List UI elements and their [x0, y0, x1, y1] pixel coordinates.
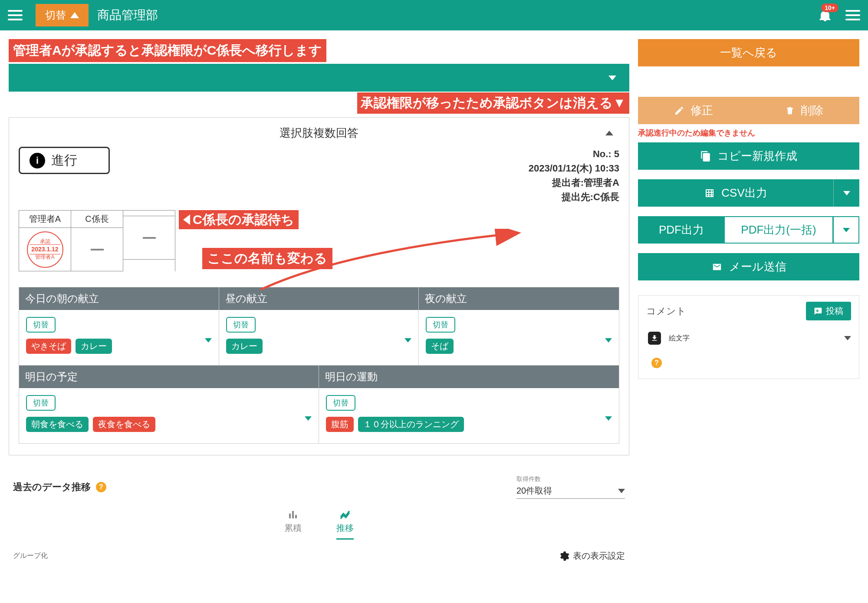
copy-new-button[interactable]: コピー新規作成: [638, 142, 859, 170]
stamp-top: 承認: [40, 239, 50, 245]
triangle-up-icon: [70, 12, 79, 18]
post-comment-button[interactable]: 投稿: [806, 302, 851, 320]
meta-info: No.: 5 2023/01/12(木) 10:33 提出者:管理者A 提出先:…: [529, 147, 619, 204]
pdf-left-label: PDF出力: [659, 222, 704, 237]
csv-export-button[interactable]: CSV出力: [638, 179, 833, 207]
delete-label: 削除: [801, 103, 823, 118]
record-no: No.: 5: [529, 147, 619, 161]
menu-dropdown[interactable]: そば: [426, 339, 612, 354]
tab-cumulative[interactable]: 累積: [284, 509, 302, 540]
chevron-down-icon: [844, 336, 851, 340]
emoji-download-icon: [648, 332, 661, 345]
approval-col-header: C係長: [71, 211, 123, 228]
card-title: 選択肢複数回答: [279, 125, 358, 141]
group-label: グループ化: [13, 551, 48, 560]
help-icon[interactable]: ?: [96, 482, 106, 492]
edit-warning: 承認進行中のため編集できません: [638, 124, 859, 142]
menu-icon[interactable]: [845, 10, 860, 20]
table-config-label: 表の表示設定: [573, 550, 625, 562]
menu-header: 今日の朝の献立: [19, 287, 219, 310]
approval-col-header: [123, 211, 175, 216]
menu-tag: 夜食を食べる: [93, 417, 155, 432]
arrow-annotation: [248, 229, 526, 324]
dash-icon: [91, 249, 104, 250]
chevron-down-icon: [605, 421, 612, 428]
pencil-icon: [674, 105, 684, 116]
delete-button[interactable]: 削除: [749, 97, 859, 124]
menu-tag: カレー: [76, 339, 112, 354]
svg-rect-1: [292, 511, 294, 518]
edit-button[interactable]: 修正: [638, 97, 749, 124]
hamburger-icon[interactable]: [8, 10, 23, 20]
status-label: 進行: [51, 152, 77, 169]
grid-icon: [704, 188, 715, 198]
chevron-down-icon: [843, 228, 850, 232]
menu-header: 明日の予定: [19, 366, 319, 388]
notification-badge: 10+: [821, 3, 838, 12]
approval-col-header: 管理者A: [19, 211, 71, 228]
stamp-name: 管理者A: [35, 254, 54, 260]
chevron-down-icon: [608, 76, 616, 80]
menu-dropdown[interactable]: カレー: [226, 339, 412, 354]
tab-trend[interactable]: 推移: [336, 509, 354, 540]
mail-send-button[interactable]: メール送信: [638, 253, 859, 280]
menu-switch-button[interactable]: 切替: [26, 317, 56, 333]
emoji-expand[interactable]: 絵文字: [646, 332, 851, 345]
menu-tag: １０分以上のランニング: [358, 417, 464, 432]
back-to-list-button[interactable]: 一覧へ戻る: [638, 39, 859, 66]
menu-grid-2: 明日の予定 切替 朝食を食べる 夜食を食べる 明日の運動 切替: [19, 366, 619, 444]
annotation-wait: C係長の承認待ち: [179, 210, 299, 229]
bar-chart-icon: [287, 509, 299, 520]
menu-tag: やきそば: [26, 339, 71, 354]
pdf-bulk-button[interactable]: PDF出力(一括): [725, 216, 833, 244]
status-chip[interactable]: i 進行: [19, 147, 110, 174]
edit-label: 修正: [690, 103, 713, 118]
csv-dropdown-toggle[interactable]: [833, 179, 859, 207]
dash-icon: [143, 237, 156, 239]
stamp-date: 2023.1.12: [30, 244, 60, 254]
annotation-2: 承認権限が移ったため承認ボタンは消える▼: [357, 92, 629, 114]
copy-new-label: コピー新規作成: [717, 148, 797, 164]
menu-switch-button[interactable]: 切替: [326, 395, 355, 411]
menu-switch-button[interactable]: 切替: [26, 395, 56, 411]
pdf-export-button[interactable]: PDF出力: [638, 216, 725, 244]
main-column: 管理者Aが承認すると承認権限がC係長へ移行します 承認権限が移ったため承認ボタン…: [9, 39, 629, 562]
fetch-value: 20件取得: [516, 485, 552, 497]
chevron-down-icon: [843, 191, 850, 195]
history-panel: 過去のデータ推移 ? 取得件数 20件取得 累積: [9, 468, 629, 562]
plus-comment-icon: [814, 307, 822, 316]
switch-button[interactable]: 切替: [36, 4, 89, 26]
pdf-button-group: PDF出力 PDF出力(一括): [638, 216, 859, 244]
csv-label: CSV出力: [721, 185, 767, 201]
tab-label: 推移: [336, 522, 354, 534]
record-card: 選択肢複数回答 i 進行 No.: 5 2023/01/12(木) 10:33 …: [9, 117, 629, 455]
copy-icon: [700, 151, 711, 162]
gear-icon: [558, 550, 569, 562]
mail-label: メール送信: [729, 259, 786, 274]
help-icon[interactable]: ?: [651, 358, 662, 368]
mail-icon: [711, 262, 723, 272]
menu-dropdown[interactable]: やきそば カレー: [26, 339, 212, 354]
table-config-button[interactable]: 表の表示設定: [558, 550, 625, 562]
menu-tag: そば: [426, 339, 454, 354]
notifications-button[interactable]: 10+: [818, 8, 832, 23]
svg-rect-2: [295, 515, 297, 518]
chevron-up-icon[interactable]: [605, 131, 613, 135]
history-title: 過去のデータ推移: [13, 481, 91, 494]
banner-bar[interactable]: [9, 64, 629, 92]
comment-title: コメント: [646, 305, 686, 318]
menu-header: 明日の運動: [319, 366, 619, 388]
menu-dropdown[interactable]: 腹筋 １０分以上のランニング: [326, 417, 612, 432]
comment-box: コメント 投稿 絵文字 ?: [638, 295, 859, 379]
menu-tag: 朝食を食べる: [26, 417, 89, 432]
side-column: 一覧へ戻る 修正 削除 承認進行中のため編集できません コピー新規作成 CSV出…: [638, 39, 859, 562]
chevron-down-icon: [305, 421, 312, 428]
approval-stamp: 承認 2023.1.12 管理者A: [27, 231, 63, 268]
menu-dropdown[interactable]: 朝食を食べる 夜食を食べる: [26, 417, 312, 432]
chevron-down-icon: [205, 343, 212, 350]
chevron-down-icon: [618, 489, 625, 493]
pdf-dropdown-toggle[interactable]: [833, 216, 859, 244]
fetch-count-dropdown[interactable]: 取得件数 20件取得: [516, 475, 625, 499]
menu-tag: カレー: [226, 339, 263, 354]
switch-button-label: 切替: [45, 8, 66, 22]
